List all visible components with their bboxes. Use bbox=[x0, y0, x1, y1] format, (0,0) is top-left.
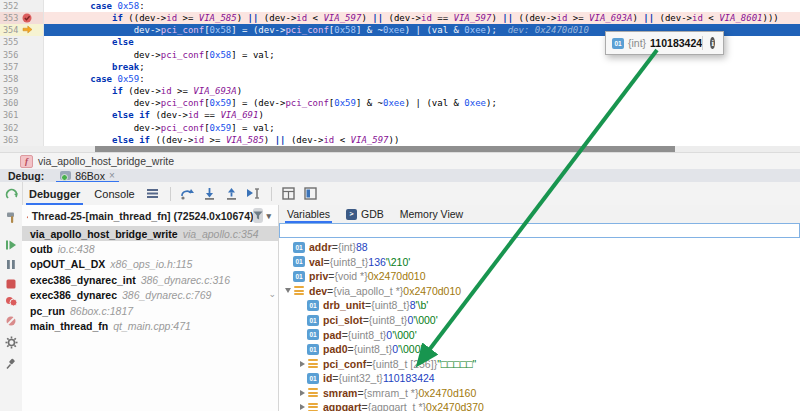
code-text[interactable]: case 0x58: bbox=[44, 0, 800, 12]
chevron-right-icon[interactable] bbox=[297, 361, 307, 367]
code-text[interactable]: dev->pci_conf[0x59] = val; bbox=[44, 122, 800, 134]
mute-breakpoints-icon[interactable] bbox=[4, 313, 19, 328]
line-number: 363 bbox=[0, 134, 21, 146]
gutter-line-359[interactable]: 359 bbox=[0, 85, 44, 97]
tab-variables[interactable]: Variables bbox=[279, 205, 338, 223]
gutter-line-355[interactable]: 355 bbox=[0, 36, 44, 48]
code-text[interactable]: break; bbox=[44, 61, 800, 73]
resume-icon[interactable] bbox=[4, 237, 19, 252]
code-line-357: 357 break; bbox=[0, 61, 800, 73]
layout-columns-icon[interactable] bbox=[303, 186, 319, 202]
struct-icon bbox=[307, 402, 319, 411]
variable-val[interactable]: 01val = {uint8_t} 136 '\210' bbox=[279, 255, 800, 270]
view-breakpoints-icon[interactable] bbox=[4, 294, 19, 309]
tab-console[interactable]: Console bbox=[87, 182, 141, 205]
variable-type: {smram_t *} bbox=[364, 387, 419, 399]
variable-addr[interactable]: 01addr = {int} 88 bbox=[279, 240, 800, 255]
step-into-icon[interactable] bbox=[202, 186, 218, 202]
run-to-cursor-icon[interactable] bbox=[246, 186, 262, 202]
gutter-line-352[interactable]: 352 bbox=[0, 0, 44, 12]
rerun-icon[interactable] bbox=[4, 187, 19, 202]
clion-debugger-window: { "editor": { "lines": [ {"no":"352","g"… bbox=[0, 0, 800, 411]
chevron-right-icon[interactable] bbox=[297, 404, 307, 410]
variable-value: '\000' bbox=[398, 343, 422, 355]
gutter-line-362[interactable]: 362 bbox=[0, 122, 44, 134]
chevron-down-icon[interactable]: ▾ bbox=[266, 211, 271, 221]
stack-frame-pc_run[interactable]: pc_run86box.c:1817 bbox=[22, 303, 278, 318]
thread-selector[interactable]: Thread-25-[main_thread_fn] (72524.0x1067… bbox=[22, 205, 278, 226]
variable-name: pad bbox=[323, 329, 342, 341]
layout-grid-icon[interactable] bbox=[281, 186, 297, 202]
code-text[interactable]: else if ((dev->id >= VIA_585) || (dev->i… bbox=[44, 134, 800, 146]
code-text[interactable]: dev->pci_conf[0x59] = (dev->pci_conf[0x5… bbox=[44, 97, 800, 109]
settings-gear-icon[interactable] bbox=[4, 335, 19, 350]
gutter-line-360[interactable]: 360 bbox=[0, 97, 44, 109]
info-icon[interactable]: i bbox=[710, 37, 715, 49]
toolbar-divider bbox=[271, 187, 272, 201]
tab-debugger[interactable]: Debugger bbox=[22, 182, 87, 205]
gutter-line-354[interactable]: 354 bbox=[0, 24, 44, 36]
stack-frame-opOUT_AL_DX[interactable]: opOUT_AL_DXx86_ops_io.h:115 bbox=[22, 257, 278, 272]
variables-tree: 01addr = {int} 8801val = {uint8_t} 136 '… bbox=[279, 238, 800, 411]
code-text[interactable]: else if (dev->id == VIA_691) bbox=[44, 109, 800, 121]
pause-icon[interactable] bbox=[4, 257, 19, 272]
code-editor[interactable]: 352 case 0x58:353 if ((dev->id >= VIA_58… bbox=[0, 0, 800, 146]
stack-frame-exec386_dynarec[interactable]: exec386_dynarec386_dynarec.c:769 bbox=[22, 288, 278, 303]
variable-pad0[interactable]: 01pad0 = {uint8_t} 0 '\000' bbox=[279, 342, 800, 357]
variable-agpgart[interactable]: agpgart = {agpgart_t *} 0x2470d370 bbox=[279, 400, 800, 411]
session-tab-86box[interactable]: 86Box × bbox=[56, 169, 119, 182]
breakpoint-icon[interactable] bbox=[21, 12, 39, 24]
stack-frame-outb[interactable]: outbio.c:438 bbox=[22, 241, 278, 256]
frames-panel-chevron-icon[interactable]: ⌄ bbox=[268, 289, 276, 299]
code-text[interactable]: case 0x59: bbox=[44, 73, 800, 85]
debug-toolwindow-header: Debug: 86Box × bbox=[0, 169, 800, 183]
gutter-icon-slot bbox=[21, 134, 39, 146]
tab-memory-view[interactable]: Memory View bbox=[392, 205, 471, 223]
variable-priv[interactable]: 01priv = {void *} 0x2470d010 bbox=[279, 269, 800, 284]
step-out-icon[interactable] bbox=[224, 186, 240, 202]
line-number: 361 bbox=[0, 109, 21, 121]
code-text[interactable]: if ((dev->id >= VIA_585) || (dev->id < V… bbox=[44, 12, 800, 24]
variable-smram[interactable]: smram = {smram_t *} 0x2470d160 bbox=[279, 385, 800, 400]
pin-icon[interactable] bbox=[4, 356, 19, 371]
variable-type: {uint8_t} bbox=[330, 256, 369, 268]
variable-value: 0x2470d010 bbox=[403, 285, 461, 297]
variable-drb_unit[interactable]: 01drb_unit = {uint8_t} 8 '\b' bbox=[279, 298, 800, 313]
filter-funnel-icon[interactable] bbox=[253, 208, 263, 223]
evaluate-expression-input[interactable] bbox=[279, 223, 800, 238]
execution-point-icon[interactable] bbox=[21, 24, 39, 36]
hammer-icon[interactable] bbox=[4, 210, 19, 225]
gutter-line-363[interactable]: 363 bbox=[0, 134, 44, 146]
gutter-line-353[interactable]: 353 bbox=[0, 12, 44, 24]
stop-icon[interactable] bbox=[4, 276, 19, 291]
code-text[interactable]: if (dev->id >= VIA_693A) bbox=[44, 85, 800, 97]
line-number: 354 bbox=[0, 24, 21, 36]
stack-frame-via_apollo_host_bridge_write[interactable]: via_apollo_host_bridge_writevia_apollo.c… bbox=[22, 226, 278, 241]
gutter-line-357[interactable]: 357 bbox=[0, 61, 44, 73]
line-number: 362 bbox=[0, 122, 21, 134]
variable-value: 88 bbox=[356, 241, 368, 253]
step-over-icon[interactable] bbox=[180, 186, 196, 202]
variable-dev[interactable]: dev = {via_apollo_t *} 0x2470d010 bbox=[279, 284, 800, 299]
close-icon[interactable]: × bbox=[109, 170, 115, 181]
gutter-line-361[interactable]: 361 bbox=[0, 109, 44, 121]
frame-location: io.c:438 bbox=[58, 243, 95, 255]
code-line-352: 352 case 0x58: bbox=[0, 0, 800, 12]
variable-id[interactable]: 01id = {uint32_t} 110183424 bbox=[279, 371, 800, 386]
stack-frame-main_thread_fn[interactable]: main_thread_fnqt_main.cpp:471 bbox=[22, 318, 278, 333]
hamburger-menu-icon[interactable] bbox=[145, 186, 161, 202]
code-line-362: 362 dev->pci_conf[0x59] = val; bbox=[0, 122, 800, 134]
stack-frame-exec386_dynarec_int[interactable]: exec386_dynarec_int386_dynarec.c:316 bbox=[22, 272, 278, 287]
variable-pci_conf[interactable]: pci_conf = {uint8_t [256]} "□□□□□" bbox=[279, 356, 800, 371]
variable-pci_slot[interactable]: 01pci_slot = {uint8_t} 0 '\000' bbox=[279, 313, 800, 328]
gutter-line-358[interactable]: 358 bbox=[0, 73, 44, 85]
tab-gdb[interactable]: > GDB bbox=[338, 205, 392, 223]
gutter-icon-slot bbox=[21, 85, 39, 97]
chevron-down-icon[interactable] bbox=[283, 288, 293, 293]
gutter-line-356[interactable]: 356 bbox=[0, 49, 44, 61]
gutter-icon-slot bbox=[21, 109, 39, 121]
frame-function: pc_run bbox=[30, 305, 65, 317]
variable-value: 136 bbox=[368, 256, 386, 268]
chevron-right-icon[interactable] bbox=[297, 390, 307, 396]
variable-pad[interactable]: 01pad = {uint8_t} 0 '\000' bbox=[279, 327, 800, 342]
